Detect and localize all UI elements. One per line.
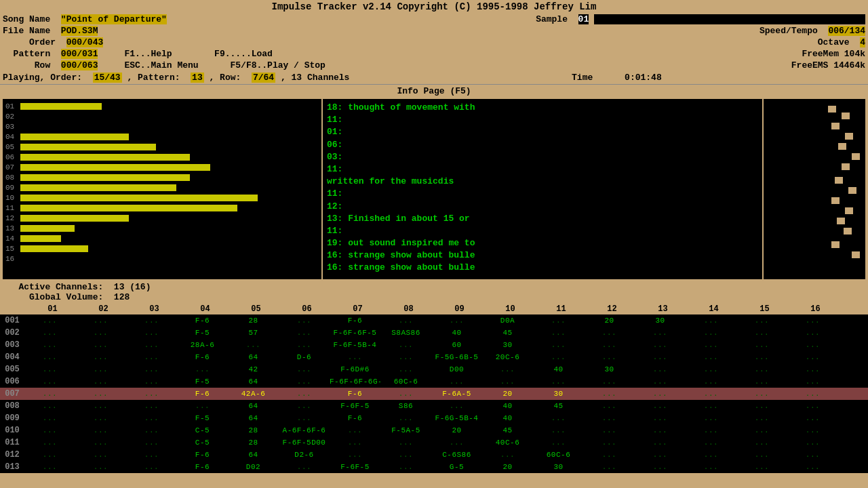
pattern-cell: ... xyxy=(736,390,787,398)
pattern-row: 009.........F-564...F-6...F-6G-5B-440...… xyxy=(0,412,868,424)
esc-menu[interactable]: ESC..Main Menu xyxy=(124,60,198,70)
message-line: 12: xyxy=(327,201,758,213)
pattern-cell: D-6 xyxy=(279,353,330,361)
pattern-cell: ... xyxy=(24,329,75,337)
pattern-cell: ... xyxy=(686,317,736,325)
dot-pixel xyxy=(828,106,836,113)
pattern-cell: F-6F-5 xyxy=(330,463,380,471)
row-number: 001 xyxy=(0,316,24,325)
pattern-cell: ... xyxy=(75,402,126,410)
sample-value: 01 xyxy=(578,14,589,24)
pattern-cell: S86 xyxy=(380,402,431,410)
pattern-cell: ... xyxy=(787,463,838,471)
bar-row: 07 xyxy=(5,163,319,172)
pattern-cell: F-6 xyxy=(177,353,228,361)
pattern-cell: ... xyxy=(24,365,75,373)
pattern-cell: 42A-6 xyxy=(228,390,279,398)
pattern-cell: ... xyxy=(126,353,177,361)
pattern-cell: ... xyxy=(635,341,686,349)
pattern-cell: ... xyxy=(380,463,431,471)
f5f8-menu[interactable]: F5/F8..Play / Stop xyxy=(230,60,325,70)
f1-menu[interactable]: F1...Help xyxy=(124,49,172,59)
pattern-cell: 20 xyxy=(431,426,482,434)
message-line: 11: xyxy=(327,163,758,176)
pattern-cell: F-6F-6F-6G-5B-4 xyxy=(330,378,380,386)
pattern-cell: ... xyxy=(533,353,584,361)
octave-row: Octave 4 xyxy=(818,37,865,47)
pattern-cell: F-5 xyxy=(177,414,228,422)
pattern-cell: ... xyxy=(533,317,584,325)
pattern-cell: ... xyxy=(431,439,482,447)
global-volume-value: 128 xyxy=(114,292,130,302)
pattern-cell: ... xyxy=(24,426,75,434)
pattern-cell: ... xyxy=(787,402,838,410)
pattern-cell: 40 xyxy=(533,365,584,373)
pattern-cell: ... xyxy=(279,317,330,325)
channel-header-cell: 01 xyxy=(27,304,78,314)
channel-header-cell: 13 xyxy=(637,304,688,314)
pattern-cell: ... xyxy=(380,317,431,325)
pattern-cell: 45 xyxy=(482,329,533,337)
pattern-cell: ... xyxy=(431,402,482,410)
pattern-cell: ... xyxy=(177,402,228,410)
bar-fill xyxy=(20,245,88,252)
pattern-cell: ... xyxy=(431,378,482,386)
pattern-cell: 30 xyxy=(533,390,584,398)
octave-value: 4 xyxy=(860,37,865,47)
pattern-cell: ... xyxy=(686,390,736,398)
order-value: 000/043 xyxy=(66,37,104,47)
pattern-cell: ... xyxy=(126,439,177,447)
bar-row: 04 xyxy=(5,132,319,142)
dot-pixel xyxy=(831,123,840,129)
dot-pixel xyxy=(852,153,860,160)
pattern-cell: ... xyxy=(686,451,736,459)
pattern-cell: ... xyxy=(330,426,380,434)
pattern-cell: ... xyxy=(380,451,431,459)
pattern-cell: F-6F-5B-4 xyxy=(330,341,380,349)
pattern-cell: ... xyxy=(584,378,635,386)
pattern-cell: ... xyxy=(75,329,126,337)
bar-row: 14 xyxy=(5,234,319,243)
pattern-cell: F-6 xyxy=(177,451,228,459)
pattern-cell: ... xyxy=(126,390,177,398)
pattern-cell: ... xyxy=(686,402,736,410)
pattern-cell: 20 xyxy=(482,463,533,471)
message-text: 18: thought of movement with11:01:06:03:… xyxy=(327,102,758,274)
pattern-cell: ... xyxy=(635,463,686,471)
status-time: 0:01:48 xyxy=(625,73,662,83)
bar-row: 12 xyxy=(5,214,319,223)
pattern-cell: S8AS86 xyxy=(380,329,431,337)
pattern-cell: ... xyxy=(686,341,736,349)
sample-row: Sample 01 xyxy=(536,14,865,24)
message-line: written for the musicdis xyxy=(327,176,758,188)
channel-header-cell: 11 xyxy=(536,304,587,314)
pattern-row: 011.........C-528F-6F-5D00.........40C-6… xyxy=(0,436,868,449)
pattern-cell: ... xyxy=(736,451,787,459)
pattern-row: 005............42...F-6D#6...D00...4030.… xyxy=(0,363,868,375)
pattern-cell: ... xyxy=(380,341,431,349)
pattern-cell: ... xyxy=(279,341,330,349)
pattern-cell: ... xyxy=(787,365,838,373)
message-line: 01: xyxy=(327,126,758,138)
message-line: 16: strange show about bulle xyxy=(327,262,758,274)
row-value: 000/063 xyxy=(61,60,98,70)
pattern-cell: ... xyxy=(736,439,787,447)
bar-fill xyxy=(20,103,102,110)
pattern-cell: ... xyxy=(482,365,533,373)
pattern-row: 012.........F-664D2-6......C-6S86...60C-… xyxy=(0,449,868,461)
bar-fill xyxy=(20,184,176,191)
pattern-cell: 40 xyxy=(482,414,533,422)
pattern-cell: ... xyxy=(635,365,686,373)
f9-menu[interactable]: F9.....Load xyxy=(214,49,273,59)
pattern-cell: ... xyxy=(787,426,838,434)
pattern-cell: ... xyxy=(126,463,177,471)
pattern-cell: 30 xyxy=(635,317,686,325)
pattern-cell: ... xyxy=(686,439,736,447)
pattern-cell: ... xyxy=(24,414,75,422)
pattern-cell: ... xyxy=(431,317,482,325)
pattern-cell: 30 xyxy=(584,365,635,373)
channel-header-cell: 09 xyxy=(434,304,485,314)
bar-fill xyxy=(20,174,190,181)
pattern-row: 007.........F-642A-6...F-6...F-6A-52030.… xyxy=(0,388,868,400)
pattern-cell: ... xyxy=(24,390,75,398)
